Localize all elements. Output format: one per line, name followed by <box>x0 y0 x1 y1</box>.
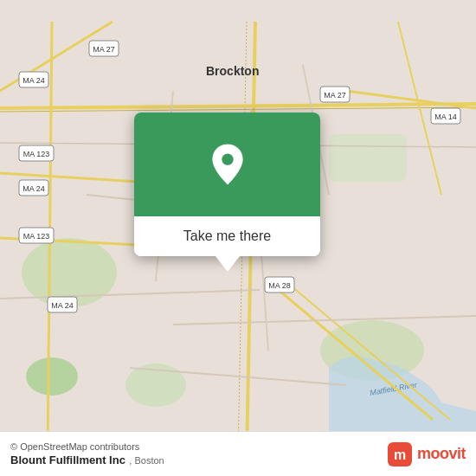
bottom-bar: © OpenStreetMap contributors Blount Fulf… <box>0 431 476 476</box>
take-me-there-button[interactable]: Take me there <box>134 216 320 256</box>
moovit-label: moovit <box>417 445 466 463</box>
svg-text:Brockton: Brockton <box>206 64 259 78</box>
svg-text:m: m <box>394 447 406 462</box>
svg-point-4 <box>26 357 78 396</box>
svg-text:MA 24: MA 24 <box>23 184 45 193</box>
bottom-left-info: © OpenStreetMap contributors Blount Fulf… <box>10 441 164 467</box>
svg-text:MA 14: MA 14 <box>434 113 457 121</box>
location-info: Blount Fulfillment Inc , Boston <box>10 452 164 467</box>
svg-text:MA 24: MA 24 <box>51 301 74 310</box>
svg-text:MA 123: MA 123 <box>23 232 50 241</box>
popup-card: Take me there <box>134 113 320 256</box>
attribution-text: © OpenStreetMap contributors <box>10 441 164 452</box>
svg-text:MA 24: MA 24 <box>23 76 45 85</box>
svg-text:MA 123: MA 123 <box>23 150 50 158</box>
location-name: Blount Fulfillment Inc <box>10 453 125 466</box>
svg-text:MA 28: MA 28 <box>268 281 291 290</box>
map-container: Matfield River Brockton <box>0 0 476 476</box>
moovit-logo: m moovit <box>388 442 466 466</box>
svg-text:MA 27: MA 27 <box>93 45 115 54</box>
svg-rect-5 <box>329 134 407 182</box>
location-city: , Boston <box>129 455 164 466</box>
svg-point-46 <box>222 154 233 165</box>
moovit-icon: m <box>388 442 412 466</box>
location-pin-icon <box>206 143 249 186</box>
svg-text:MA 27: MA 27 <box>324 91 346 100</box>
popup-pointer <box>215 256 240 272</box>
popup-green-area <box>134 113 320 216</box>
